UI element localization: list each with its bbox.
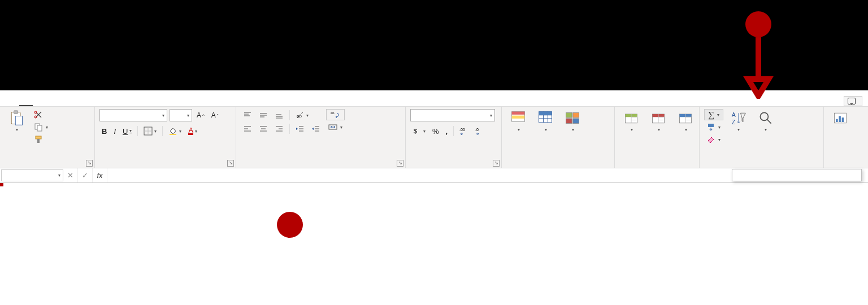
tab-page-layout[interactable]	[46, 101, 60, 106]
svg-rect-2	[15, 116, 22, 125]
insert-function-button[interactable]: fx	[93, 168, 107, 182]
scissors-icon	[34, 110, 43, 119]
decrease-decimal-button[interactable]: .0	[473, 125, 487, 137]
copy-button[interactable]: ▾	[32, 121, 50, 133]
fill-color-button[interactable]: ▾	[166, 125, 184, 137]
group-styles: ▾ ▾ ▾	[502, 107, 615, 168]
group-cells: ▾ ▾ ▾	[615, 107, 700, 168]
align-left-icon	[243, 124, 252, 133]
svg-text:A: A	[731, 111, 735, 118]
merge-center-button[interactable]: ▾	[326, 121, 345, 133]
svg-text:ab: ab	[331, 111, 335, 115]
svg-rect-37	[836, 119, 838, 122]
align-top-button[interactable]	[241, 110, 254, 121]
tab-formulas[interactable]	[60, 101, 73, 106]
paintbrush-icon	[34, 135, 43, 144]
sort-filter-button[interactable]: AZ ▾	[727, 109, 750, 133]
name-box[interactable]: ▾	[1, 169, 63, 181]
tab-developer[interactable]	[114, 101, 128, 106]
tab-home[interactable]	[19, 99, 33, 106]
delete-cells-button[interactable]: ▾	[646, 109, 670, 133]
svg-point-35	[760, 112, 768, 120]
number-format-select[interactable]: ▾	[410, 109, 495, 121]
align-center-button[interactable]	[257, 123, 270, 134]
align-right-button[interactable]	[272, 123, 286, 134]
increase-decimal-button[interactable]: .00	[457, 125, 471, 137]
font-size-select[interactable]: ▾	[170, 109, 192, 121]
worksheet-grid[interactable]	[0, 183, 868, 305]
clear-button[interactable]: ▾	[704, 134, 723, 145]
tab-help[interactable]	[128, 101, 141, 106]
decrease-indent-icon	[296, 124, 305, 133]
format-cells-icon	[678, 110, 693, 126]
svg-text:ab: ab	[297, 114, 302, 119]
tab-view[interactable]	[101, 101, 114, 106]
tab-data[interactable]	[73, 101, 87, 106]
cancel-formula-button[interactable]: ✕	[63, 168, 78, 182]
underline-button[interactable]: U▾	[120, 125, 134, 137]
number-dialog-launcher[interactable]: ↘	[493, 160, 500, 167]
svg-text:Z: Z	[731, 119, 735, 125]
format-as-table-button[interactable]: ▾	[533, 109, 557, 133]
tab-file[interactable]	[6, 101, 19, 106]
svg-rect-1	[14, 111, 18, 114]
comments-button[interactable]	[844, 96, 862, 106]
alignment-dialog-launcher[interactable]: ↘	[397, 160, 403, 167]
group-label-alignment	[241, 158, 401, 168]
borders-button[interactable]: ▾	[141, 125, 159, 137]
svg-rect-8	[37, 139, 40, 143]
format-cells-button[interactable]: ▾	[674, 109, 697, 133]
decrease-font-button[interactable]: Aˇ	[209, 110, 221, 121]
find-select-button[interactable]: ▾	[754, 109, 778, 133]
analyze-data-button[interactable]	[828, 109, 852, 128]
percent-button[interactable]: %	[430, 125, 441, 137]
fill-button[interactable]: ▾	[704, 121, 723, 133]
align-bottom-button[interactable]	[272, 110, 286, 121]
align-left-button[interactable]	[241, 123, 254, 134]
clipboard-dialog-launcher[interactable]: ↘	[86, 160, 93, 167]
paste-button[interactable]: ▾	[5, 109, 28, 133]
tab-review[interactable]	[87, 101, 101, 106]
bold-button[interactable]: B	[99, 125, 109, 137]
orientation-button[interactable]: ab▾	[293, 110, 311, 121]
cut-button[interactable]	[32, 109, 50, 120]
cell-styles-button[interactable]: ▾	[561, 109, 584, 133]
enter-formula-button[interactable]: ✓	[78, 168, 93, 182]
align-middle-icon	[259, 111, 268, 120]
align-middle-button[interactable]	[257, 110, 270, 121]
italic-button[interactable]: I	[111, 125, 118, 137]
masked-region	[0, 0, 868, 90]
format-painter-button[interactable]	[32, 134, 50, 145]
clipboard-icon	[8, 110, 24, 126]
active-cell-outline	[0, 183, 3, 186]
autosum-button[interactable]: ∑ ▾	[704, 109, 723, 120]
align-top-icon	[243, 111, 252, 120]
insert-cells-button[interactable]: ▾	[619, 109, 643, 133]
svg-rect-10	[170, 134, 176, 135]
merge-icon	[328, 123, 337, 132]
conditional-formatting-button[interactable]: ▾	[506, 109, 530, 133]
align-right-icon	[275, 124, 284, 133]
delete-cells-icon	[650, 110, 666, 126]
font-color-button[interactable]: A▾	[186, 125, 199, 137]
increase-font-button[interactable]: A^	[194, 110, 207, 121]
group-label-styles	[506, 158, 610, 168]
increase-indent-icon	[311, 124, 320, 133]
accounting-format-button[interactable]: $▾	[410, 125, 428, 137]
decrease-indent-button[interactable]	[293, 123, 307, 134]
align-bottom-icon	[275, 111, 284, 120]
svg-rect-25	[573, 119, 579, 124]
font-dialog-launcher[interactable]: ↘	[227, 160, 234, 167]
conditional-formatting-icon	[510, 110, 526, 126]
analyze-data-icon	[832, 110, 848, 126]
svg-rect-24	[566, 119, 572, 124]
wrap-text-button[interactable]: ab	[326, 109, 345, 120]
group-font: ▾ ▾ A^ Aˇ B I U▾ ▾ ▾	[95, 107, 236, 168]
comma-button[interactable]: ,	[444, 125, 450, 137]
svg-rect-6	[37, 125, 42, 131]
tab-insert[interactable]	[33, 101, 46, 106]
svg-rect-22	[566, 112, 572, 117]
bucket-icon	[168, 127, 177, 136]
increase-indent-button[interactable]	[309, 123, 323, 134]
font-name-select[interactable]: ▾	[99, 109, 167, 121]
